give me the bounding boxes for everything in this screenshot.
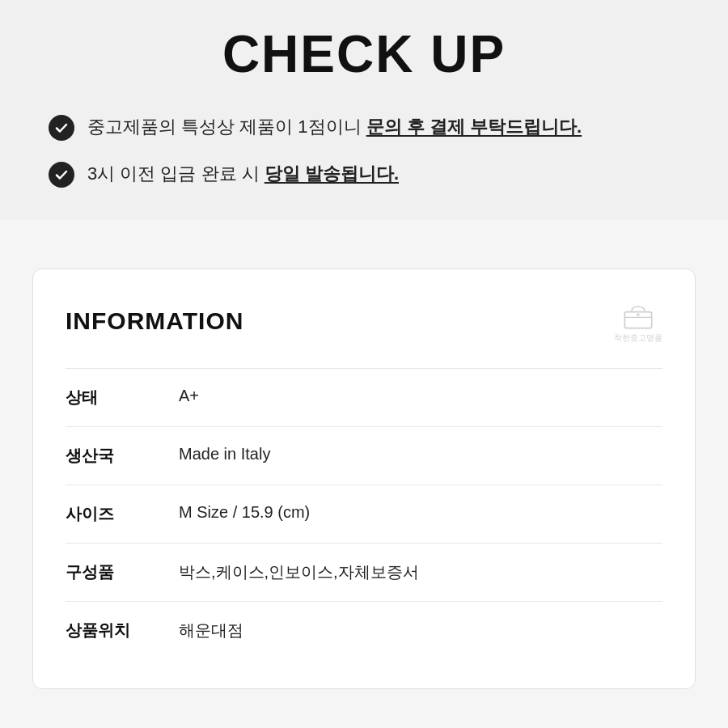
header-section: CHECK UP 중고제품의 특성상 제품이 1점이니 문의 후 결제 부탁드립… <box>0 0 728 220</box>
brand-logo-text: 착한중고명품 <box>614 332 662 344</box>
spacer <box>0 220 728 269</box>
info-label-0: 상태 <box>66 387 179 408</box>
check-text-1-highlight: 문의 후 결제 부탁드립니다. <box>366 116 582 137</box>
info-value-2: M Size / 15.9 (cm) <box>179 503 310 522</box>
info-value-1: Made in Italy <box>179 445 270 463</box>
check-text-2: 3시 이전 입금 완료 시 당일 발송됩니다. <box>87 160 399 187</box>
page-title: CHECK UP <box>49 24 679 84</box>
checkmark-icon-1 <box>49 115 74 141</box>
info-label-4: 상품위치 <box>66 620 179 641</box>
check-text-2-highlight: 당일 발송됩니다. <box>265 163 399 184</box>
info-rows-container: 상태A+생산국Made in Italy사이즈M Size / 15.9 (cm… <box>66 368 662 659</box>
info-card: INFORMATION 착한중고명품 상태A+생산국Made in Italy사… <box>32 269 696 689</box>
info-row: 상태A+ <box>66 368 662 426</box>
check-text-1: 중고제품의 특성상 제품이 1점이니 문의 후 결제 부탁드립니다. <box>87 113 582 140</box>
check-item-1: 중고제품의 특성상 제품이 1점이니 문의 후 결제 부탁드립니다. <box>49 113 679 141</box>
info-value-3: 박스,케이스,인보이스,자체보증서 <box>179 561 419 583</box>
info-row: 상품위치해운대점 <box>66 601 662 659</box>
info-section-title: INFORMATION <box>66 307 243 335</box>
info-row: 생산국Made in Italy <box>66 426 662 485</box>
info-value-4: 해운대점 <box>179 620 243 641</box>
info-row: 사이즈M Size / 15.9 (cm) <box>66 485 662 543</box>
checkmark-icon-2 <box>49 162 74 188</box>
info-row: 구성품박스,케이스,인보이스,자체보증서 <box>66 543 662 601</box>
brand-logo-svg <box>618 298 658 331</box>
check-item-2: 3시 이전 입금 완료 시 당일 발송됩니다. <box>49 160 679 188</box>
svg-point-2 <box>637 313 639 315</box>
info-label-2: 사이즈 <box>66 503 179 525</box>
info-header: INFORMATION 착한중고명품 <box>66 298 662 344</box>
brand-logo: 착한중고명품 <box>614 298 662 344</box>
info-label-3: 구성품 <box>66 561 179 583</box>
info-value-0: A+ <box>179 387 199 405</box>
info-label-1: 생산국 <box>66 445 179 467</box>
